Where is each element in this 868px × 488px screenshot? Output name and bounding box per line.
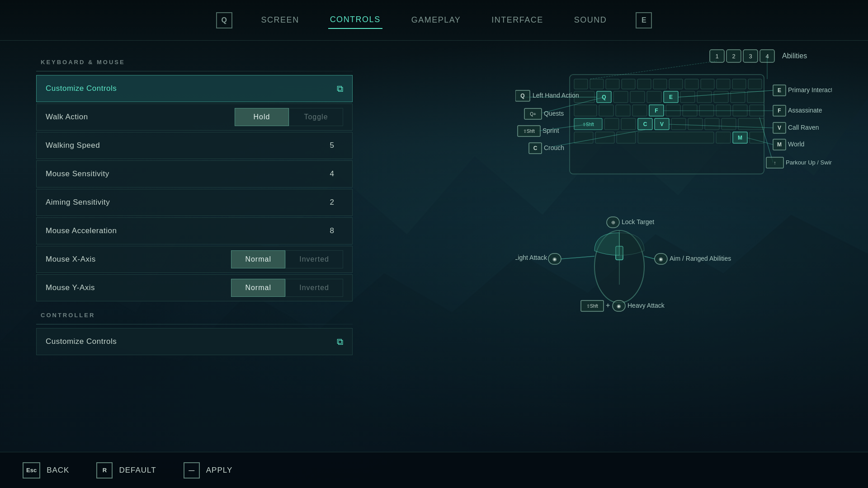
mouse-sensitivity-label: Mouse Sensitivity (46, 169, 330, 178)
svg-text:1: 1 (715, 53, 718, 60)
nav-sound[interactable]: Sound (572, 12, 609, 28)
svg-text:Abilities: Abilities (782, 52, 807, 60)
aiming-sensitivity-row: Aiming Sensitivity 2 (36, 189, 353, 216)
svg-text:3: 3 (749, 53, 752, 60)
svg-rect-49 (604, 118, 619, 130)
settings-panel: Keyboard & Mouse Customize Controls ⧉ Wa… (36, 50, 353, 447)
svg-text:⇧Shft: ⇧Shft (523, 129, 535, 134)
keyboard-mouse-title: Keyboard & Mouse (36, 50, 353, 71)
mouse-sensitivity-value: 4 (330, 169, 334, 178)
walk-action-toggle[interactable]: Hold Toggle (235, 108, 343, 126)
svg-text:⇧Shft: ⇧Shft (586, 304, 598, 309)
svg-text:V: V (778, 125, 781, 131)
svg-text:⇧Shft: ⇧Shft (582, 122, 594, 127)
mouse-x-normal-btn[interactable]: Normal (231, 250, 285, 268)
svg-rect-17 (685, 79, 698, 89)
svg-rect-61 (595, 132, 614, 143)
abilities-group: 1 2 3 4 Abilities (710, 50, 807, 62)
svg-text:E: E (669, 94, 673, 100)
mouse-y-axis-label: Mouse Y-Axis (46, 283, 231, 292)
copy-icon[interactable]: ⧉ (337, 84, 343, 94)
svg-text:◉: ◉ (659, 256, 663, 262)
default-key: R (96, 462, 113, 479)
svg-rect-56 (688, 118, 703, 130)
apply-label: Apply (206, 466, 233, 475)
walk-action-row: Walk Action Hold Toggle (36, 103, 353, 131)
svg-text:V: V (660, 121, 664, 127)
apply-key: — (184, 462, 200, 479)
svg-rect-15 (653, 79, 667, 89)
svg-rect-64 (716, 132, 731, 143)
svg-rect-38 (632, 105, 647, 116)
svg-rect-21 (748, 79, 762, 89)
nav-controls[interactable]: Controls (328, 11, 382, 29)
mouse-x-axis-label: Mouse X-Axis (46, 255, 231, 264)
svg-text:Light Attack: Light Attack (515, 254, 547, 261)
customize-controls-kb-row[interactable]: Customize Controls ⧉ (36, 75, 353, 102)
svg-rect-50 (621, 118, 636, 130)
copy-icon-ctrl[interactable]: ⧉ (337, 337, 343, 347)
svg-text:E: E (778, 87, 781, 94)
nav-e-key[interactable]: E (636, 12, 652, 28)
nav-q-key[interactable]: Q (216, 12, 232, 28)
nav-screen[interactable]: Screen (259, 12, 301, 28)
nav-gameplay[interactable]: Gameplay (410, 12, 463, 28)
back-action[interactable]: Esc Back (23, 462, 69, 479)
walk-action-hold-btn[interactable]: Hold (235, 108, 289, 126)
mouse-y-normal-btn[interactable]: Normal (231, 279, 285, 297)
svg-rect-35 (574, 105, 597, 116)
controller-section: Controller Customize Controls ⧉ (36, 303, 353, 355)
svg-text:Parkour Up / Swim Up: Parkour Up / Swim Up (786, 159, 832, 166)
svg-rect-26 (630, 91, 645, 103)
svg-text:◉: ◉ (552, 256, 557, 262)
svg-text:World: World (788, 141, 804, 148)
svg-rect-19 (717, 79, 730, 89)
svg-rect-32 (714, 91, 728, 103)
mouse-acceleration-row: Mouse Acceleration 8 (36, 217, 353, 244)
customize-controls-ctrl-label: Customize Controls (46, 337, 337, 346)
svg-rect-63 (638, 132, 714, 143)
default-action[interactable]: R Default (96, 462, 156, 479)
svg-text:+: + (606, 301, 610, 309)
svg-rect-57 (705, 118, 719, 130)
mouse-acceleration-label: Mouse Acceleration (46, 226, 330, 235)
svg-text:Call Raven: Call Raven (788, 124, 819, 131)
svg-text:M: M (738, 135, 742, 141)
svg-text:Q+: Q+ (530, 112, 536, 117)
mouse-y-axis-toggle[interactable]: Normal Inverted (231, 279, 343, 297)
svg-rect-31 (697, 91, 712, 103)
svg-text:Heavy Attack: Heavy Attack (627, 302, 665, 309)
svg-text:C: C (533, 145, 538, 151)
mouse-y-axis-row: Mouse Y-Axis Normal Inverted (36, 274, 353, 301)
mouse-sensitivity-row: Mouse Sensitivity 4 (36, 160, 353, 188)
controller-title: Controller (36, 303, 353, 324)
input-diagram-svg: 1 2 3 4 Abilities (515, 45, 832, 339)
walk-action-toggle-btn[interactable]: Toggle (289, 108, 343, 126)
svg-line-113 (561, 256, 594, 259)
svg-rect-37 (616, 105, 630, 116)
customize-controls-kb-label: Customize Controls (46, 84, 337, 93)
svg-rect-62 (617, 132, 636, 143)
nav-interface[interactable]: Interface (490, 12, 545, 28)
mouse-y-inverted-btn[interactable]: Inverted (285, 279, 343, 297)
mouse-x-axis-toggle[interactable]: Normal Inverted (231, 250, 343, 268)
default-label: Default (119, 466, 156, 475)
walking-speed-label: Walking Speed (46, 141, 330, 150)
section-divider-2 (36, 324, 353, 324)
svg-text:Quests: Quests (544, 110, 564, 117)
svg-rect-55 (671, 118, 686, 130)
svg-text:Aim / Ranged Abilities: Aim / Ranged Abilities (670, 255, 731, 262)
svg-rect-34 (747, 91, 764, 103)
svg-text:Primary Interaction: Primary Interaction (788, 86, 832, 94)
apply-action[interactable]: — Apply (184, 462, 233, 479)
mouse-x-inverted-btn[interactable]: Inverted (285, 250, 343, 268)
bottom-bar: Esc Back R Default — Apply (0, 452, 868, 488)
mouse-acceleration-value: 8 (330, 226, 334, 235)
customize-controls-ctrl-row[interactable]: Customize Controls ⧉ (36, 328, 353, 355)
top-navigation: Q Screen Controls Gameplay Interface Sou… (0, 0, 868, 41)
svg-rect-27 (647, 91, 661, 103)
svg-text:⊕: ⊕ (611, 220, 615, 225)
svg-text:◉: ◉ (617, 303, 621, 309)
mouse-x-axis-row: Mouse X-Axis Normal Inverted (36, 246, 353, 273)
section-divider-1 (36, 71, 353, 71)
